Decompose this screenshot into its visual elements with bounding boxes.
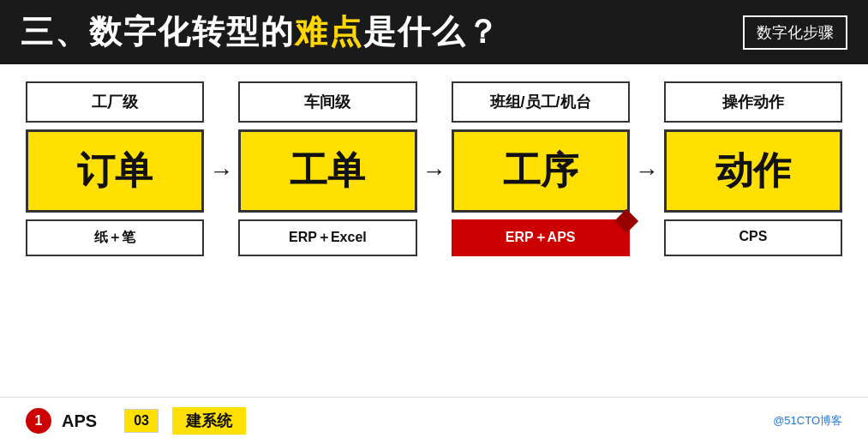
- title-suffix: 是什么？: [363, 14, 500, 50]
- footer-badge-num: 1: [26, 408, 51, 434]
- label-action-top: 操作动作: [664, 81, 842, 123]
- title-prefix: 三、数字化转型的: [21, 14, 295, 50]
- spacer-3: [630, 81, 664, 123]
- label-team: 班组/员工/机台: [452, 81, 630, 123]
- arrow-3: →: [630, 129, 664, 213]
- arrow-2: →: [417, 129, 452, 213]
- bottom-erp-aps: ERP＋APS: [452, 219, 630, 256]
- label-workshop: 车间级: [238, 81, 416, 123]
- yellow-order: 订单: [26, 129, 204, 213]
- footer-build-label: 建系统: [172, 407, 246, 435]
- bottom-paper: 纸＋笔: [26, 219, 204, 256]
- header-title: 三、数字化转型的难点是什么？: [21, 10, 500, 54]
- bottom-erp-excel: ERP＋Excel: [238, 219, 416, 256]
- header: 三、数字化转型的难点是什么？ 数字化步骤: [0, 0, 868, 64]
- title-highlight: 难点: [295, 14, 363, 50]
- arrow-1: →: [204, 129, 238, 213]
- bottom-cps: CPS: [664, 219, 842, 256]
- footer: 1 APS 03 建系统 @51CTO博客: [0, 397, 868, 444]
- yellow-process: 工序: [452, 129, 630, 213]
- footer-aps-label: APS: [62, 411, 97, 431]
- spacer-4: [204, 219, 238, 256]
- label-factory: 工厂级: [26, 81, 204, 123]
- yellow-action: 动作: [664, 129, 842, 213]
- spacer-2: [417, 81, 452, 123]
- footer-brand: @51CTO博客: [773, 413, 842, 429]
- spacer-1: [204, 81, 238, 123]
- page: 三、数字化转型的难点是什么？ 数字化步骤 工厂级 车间级 班组/员工/机台 操作…: [0, 0, 868, 444]
- footer-badge-03: 03: [124, 409, 159, 433]
- yellow-workorder: 工单: [238, 129, 416, 213]
- flow-grid: 工厂级 车间级 班组/员工/机台 操作动作 订单 → 工单 → 工序 → 动作 …: [26, 81, 842, 256]
- header-badge[interactable]: 数字化步骤: [743, 15, 847, 50]
- spacer-5: [417, 219, 452, 256]
- main-content: 工厂级 车间级 班组/员工/机台 操作动作 订单 → 工单 → 工序 → 动作 …: [0, 64, 868, 397]
- spacer-6: [630, 219, 664, 256]
